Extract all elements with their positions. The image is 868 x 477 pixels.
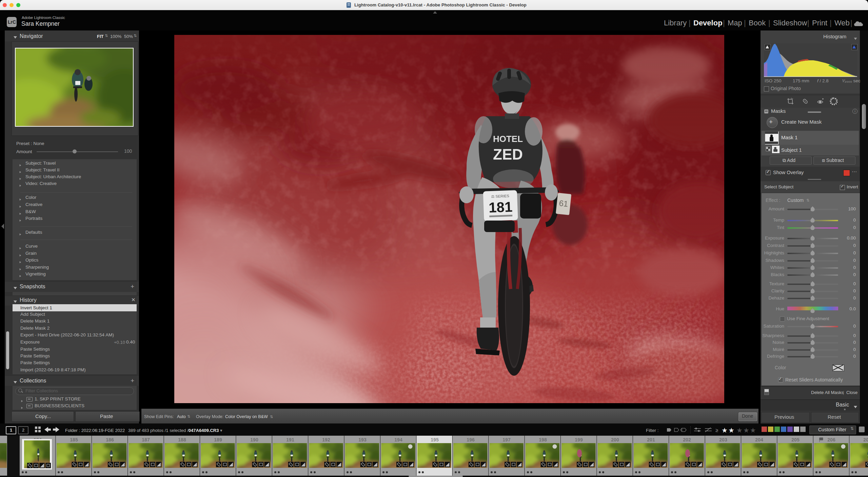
svg-text:207: 207 bbox=[863, 437, 868, 442]
svg-text:194: 194 bbox=[394, 437, 402, 442]
svg-text:201: 201 bbox=[647, 437, 655, 442]
svg-text:204: 204 bbox=[755, 437, 763, 442]
svg-text:186: 186 bbox=[106, 437, 114, 442]
svg-text:HOTEL: HOTEL bbox=[493, 134, 523, 144]
svg-text:196: 196 bbox=[467, 437, 475, 442]
svg-text:190: 190 bbox=[250, 437, 258, 442]
svg-text:61: 61 bbox=[559, 199, 569, 209]
svg-text:191: 191 bbox=[286, 437, 294, 442]
svg-text:188: 188 bbox=[178, 437, 186, 442]
svg-text:193: 193 bbox=[358, 437, 367, 442]
svg-text:185: 185 bbox=[70, 437, 78, 442]
svg-text:198: 198 bbox=[539, 437, 547, 442]
svg-text:181: 181 bbox=[488, 199, 513, 215]
svg-text:200: 200 bbox=[611, 437, 619, 442]
svg-text:195: 195 bbox=[431, 437, 439, 442]
svg-text:187: 187 bbox=[142, 437, 150, 442]
svg-text:⚖ SERIES: ⚖ SERIES bbox=[491, 194, 509, 199]
svg-text:205: 205 bbox=[791, 437, 800, 442]
svg-text:199: 199 bbox=[575, 437, 583, 442]
svg-text:192: 192 bbox=[322, 437, 330, 442]
svg-text:202: 202 bbox=[683, 437, 691, 442]
svg-text:ZED: ZED bbox=[493, 146, 523, 163]
svg-text:206: 206 bbox=[827, 437, 835, 442]
svg-text:203: 203 bbox=[719, 437, 727, 442]
svg-text:197: 197 bbox=[502, 437, 511, 442]
svg-text:189: 189 bbox=[214, 437, 222, 442]
